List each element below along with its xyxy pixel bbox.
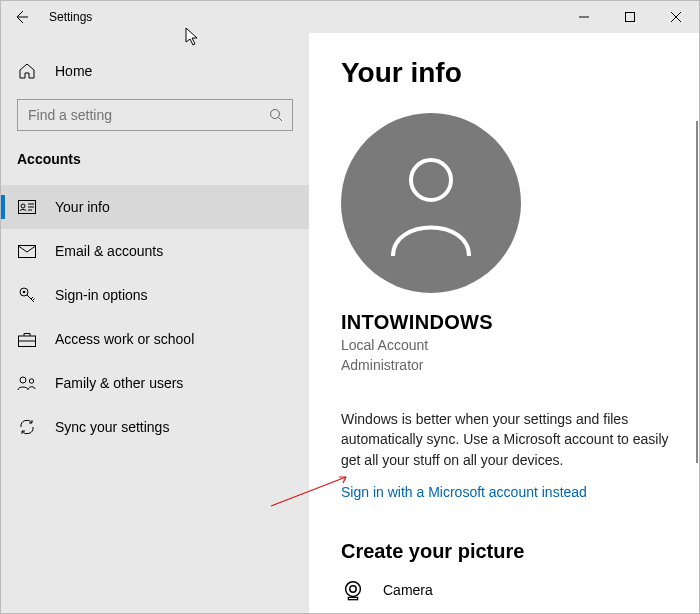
svg-rect-13 [348, 597, 357, 599]
nav-label: Your info [55, 199, 110, 215]
maximize-icon [625, 12, 635, 22]
nav-label: Sign-in options [55, 287, 148, 303]
close-button[interactable] [653, 1, 699, 33]
camera-icon [341, 579, 365, 601]
username: INTOWINDOWS [341, 311, 699, 334]
home-icon [17, 62, 37, 80]
search-input[interactable] [17, 99, 293, 131]
nav-email-accounts[interactable]: Email & accounts [1, 229, 309, 273]
sidebar-category: Accounts [1, 145, 309, 185]
mail-icon [17, 245, 37, 258]
key-icon [17, 286, 37, 304]
people-icon [17, 375, 37, 391]
nav-label: Family & other users [55, 375, 183, 391]
nav-label: Access work or school [55, 331, 194, 347]
close-icon [671, 12, 681, 22]
svg-point-6 [23, 291, 26, 294]
sync-icon [17, 418, 37, 436]
nav-sync-settings[interactable]: Sync your settings [1, 405, 309, 449]
svg-point-12 [350, 586, 356, 592]
nav-signin-options[interactable]: Sign-in options [1, 273, 309, 317]
svg-point-11 [346, 582, 361, 597]
person-icon [381, 148, 481, 258]
nav-work-school[interactable]: Access work or school [1, 317, 309, 361]
minimize-icon [579, 12, 589, 22]
sidebar: Home Accounts Your info Email & accounts [1, 33, 309, 613]
picture-heading: Create your picture [341, 540, 699, 563]
camera-option[interactable]: Camera [341, 579, 699, 601]
nav-family-users[interactable]: Family & other users [1, 361, 309, 405]
scrollbar[interactable] [696, 121, 698, 463]
svg-point-9 [29, 379, 33, 383]
svg-point-8 [20, 377, 26, 383]
id-card-icon [17, 200, 37, 214]
content-area: Home Accounts Your info Email & accounts [1, 33, 699, 613]
nav-label: Email & accounts [55, 243, 163, 259]
back-button[interactable] [1, 1, 41, 33]
titlebar: Settings [1, 1, 699, 33]
arrow-left-icon [13, 9, 29, 25]
search-wrap [17, 99, 293, 131]
page-heading: Your info [341, 57, 699, 89]
nav-your-info[interactable]: Your info [1, 185, 309, 229]
main-panel: Your info INTOWINDOWS Local Account Admi… [309, 33, 699, 613]
nav-label: Sync your settings [55, 419, 169, 435]
minimize-button[interactable] [561, 1, 607, 33]
sync-description: Windows is better when your settings and… [341, 409, 681, 470]
avatar [341, 113, 521, 293]
account-type: Local Account [341, 336, 699, 356]
window-controls [561, 1, 699, 33]
svg-point-3 [21, 204, 25, 208]
home-link[interactable]: Home [1, 51, 309, 91]
account-role: Administrator [341, 356, 699, 376]
svg-point-10 [411, 160, 451, 200]
maximize-button[interactable] [607, 1, 653, 33]
signin-microsoft-link[interactable]: Sign in with a Microsoft account instead [341, 484, 587, 500]
svg-rect-0 [626, 13, 635, 22]
window-title: Settings [49, 10, 92, 24]
camera-label: Camera [383, 582, 433, 598]
briefcase-icon [17, 332, 37, 347]
home-label: Home [55, 63, 92, 79]
